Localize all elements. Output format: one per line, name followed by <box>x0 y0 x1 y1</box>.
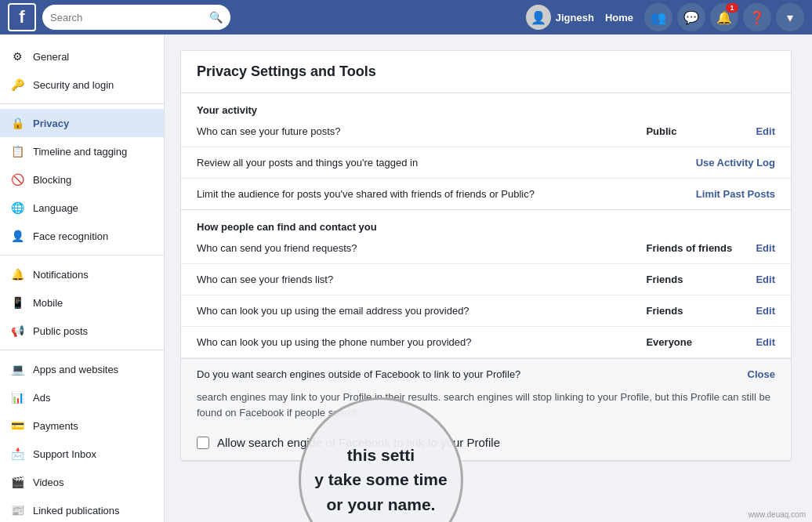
sidebar-item-label: Public posts <box>33 325 88 337</box>
user-info: 👤 Jignesh <box>526 5 594 30</box>
search-engine-panel: Do you want search engines outside of Fa… <box>181 358 791 460</box>
home-link[interactable]: Home <box>599 12 640 24</box>
sidebar-item-label: Blocking <box>33 174 71 186</box>
row-value: Friends <box>646 305 756 317</box>
row-question: Who can look you up using the email addr… <box>197 305 646 317</box>
sidebar-item-label: Mobile <box>33 297 63 309</box>
page-wrapper: ⚙ General 🔑 Security and login 🔒 Privacy… <box>0 34 812 522</box>
gear-icon: ⚙ <box>9 49 25 64</box>
sidebar-item-label: Linked publications <box>33 505 120 517</box>
help-icon[interactable]: ❓ <box>743 3 771 31</box>
sidebar-item-label: Ads <box>33 392 50 404</box>
language-icon: 🌐 <box>9 200 25 216</box>
facebook-logo[interactable]: f <box>8 3 36 31</box>
sidebar-item-support-inbox[interactable]: 📩 Support Inbox <box>0 440 164 468</box>
username-label: Jignesh <box>556 12 594 24</box>
row-value: Friends of friends <box>646 242 756 254</box>
notifications-icon[interactable]: 🔔 1 <box>710 3 738 31</box>
search-engine-header-row: Do you want search engines outside of Fa… <box>181 359 791 390</box>
sidebar-item-linked-publications[interactable]: 📰 Linked publications <box>0 496 164 522</box>
public-posts-icon: 📢 <box>9 323 25 339</box>
sidebar-item-notifications[interactable]: 🔔 Notifications <box>0 260 164 288</box>
block-icon: 🚫 <box>9 172 25 187</box>
notification-badge: 1 <box>726 3 738 13</box>
use-activity-log-button[interactable]: Use Activity Log <box>696 157 775 169</box>
row-value: Everyone <box>646 336 756 348</box>
face-icon: 👤 <box>9 228 25 244</box>
how-people-find-section-label: How people can find and contact you <box>181 210 791 233</box>
sidebar-item-language[interactable]: 🌐 Language <box>0 194 164 222</box>
sidebar-item-general[interactable]: ⚙ General <box>0 42 164 71</box>
sidebar-item-blocking[interactable]: 🚫 Blocking <box>0 165 164 194</box>
sidebar-item-timeline-tagging[interactable]: 📋 Timeline and tagging <box>0 137 164 165</box>
inbox-icon: 📩 <box>9 446 25 462</box>
apps-icon: 💻 <box>9 361 25 377</box>
sidebar-item-face-recognition[interactable]: 👤 Face recognition <box>0 222 164 250</box>
row-question: Limit the audience for posts you've shar… <box>197 188 586 200</box>
edit-friends-list-button[interactable]: Edit <box>756 274 775 285</box>
table-row: Limit the audience for posts you've shar… <box>181 179 791 209</box>
friends-icon[interactable]: 👥 <box>644 3 672 31</box>
watermark: www.deuaq.com <box>749 510 806 519</box>
main-content: Privacy Settings and Tools Your activity… <box>165 34 812 522</box>
sidebar: ⚙ General 🔑 Security and login 🔒 Privacy… <box>0 34 165 522</box>
sidebar-item-label: Videos <box>33 477 64 488</box>
search-icon[interactable]: 🔍 <box>209 11 223 24</box>
bell-icon: 🔔 <box>9 266 25 282</box>
top-navigation-bar: f 🔍 👤 Jignesh Home 👥 💬 🔔 1 ❓ ▾ <box>0 0 812 34</box>
sidebar-item-payments[interactable]: 💳 Payments <box>0 411 164 440</box>
messenger-icon[interactable]: 💬 <box>677 3 705 31</box>
sidebar-divider-3 <box>0 350 164 350</box>
key-icon: 🔑 <box>9 77 25 92</box>
row-value: Public <box>646 125 756 137</box>
your-activity-section-label: Your activity <box>181 93 791 116</box>
search-engine-expanded-section: Do you want search engines outside of Fa… <box>181 358 791 460</box>
page-title: Privacy Settings and Tools <box>197 63 775 80</box>
video-icon: 🎬 <box>9 474 25 490</box>
sidebar-item-label: Notifications <box>33 269 89 281</box>
sidebar-item-videos[interactable]: 🎬 Videos <box>0 468 164 496</box>
table-row: Who can send you friend requests? Friend… <box>181 233 791 264</box>
sidebar-item-public-posts[interactable]: 📢 Public posts <box>0 317 164 345</box>
sidebar-item-label: Timeline and tagging <box>33 146 127 158</box>
sidebar-item-label: Face recognition <box>33 230 108 242</box>
row-question: Who can see your future posts? <box>197 125 646 137</box>
row-question: Who can see your friends list? <box>197 274 646 285</box>
allow-search-engines-row: Allow search engide of Facebook to link … <box>181 428 791 460</box>
search-engine-info: search engines may link to your Profile … <box>181 390 791 428</box>
payments-icon: 💳 <box>9 418 25 433</box>
row-question: Who can send you friend requests? <box>197 242 646 254</box>
row-question: Who can look you up using the phone numb… <box>197 336 646 348</box>
sidebar-item-privacy[interactable]: 🔒 Privacy <box>0 109 164 137</box>
sidebar-item-label: General <box>33 51 69 63</box>
sidebar-item-apps-websites[interactable]: 💻 Apps and websites <box>0 355 164 383</box>
allow-search-engines-checkbox[interactable] <box>197 437 209 449</box>
table-row: Who can look you up using the phone numb… <box>181 327 791 358</box>
edit-future-posts-button[interactable]: Edit <box>756 125 775 137</box>
sidebar-item-security-login[interactable]: 🔑 Security and login <box>0 71 164 99</box>
sidebar-item-label: Security and login <box>33 79 114 91</box>
sidebar-item-mobile[interactable]: 📱 Mobile <box>0 288 164 317</box>
sidebar-item-label: Privacy <box>33 118 69 129</box>
edit-phone-lookup-button[interactable]: Edit <box>756 336 775 348</box>
how-people-find-section: How people can find and contact you Who … <box>181 210 791 461</box>
search-engine-question: Do you want search engines outside of Fa… <box>197 368 748 380</box>
row-question: Review all your posts and things you're … <box>197 157 586 169</box>
close-search-engine-button[interactable]: Close <box>748 368 775 380</box>
settings-header: Privacy Settings and Tools <box>181 51 791 93</box>
sidebar-item-ads[interactable]: 📊 Ads <box>0 383 164 411</box>
row-value: Friends <box>646 274 756 285</box>
sidebar-divider-2 <box>0 255 164 256</box>
search-input[interactable] <box>50 12 205 24</box>
sidebar-item-label: Support Inbox <box>33 448 96 460</box>
table-row: Review all your posts and things you're … <box>181 147 791 179</box>
edit-friend-requests-button[interactable]: Edit <box>756 242 775 254</box>
search-box[interactable]: 🔍 <box>42 5 230 30</box>
table-row: Who can see your friends list? Friends E… <box>181 264 791 295</box>
chevron-down-icon[interactable]: ▾ <box>776 3 804 31</box>
header-right-section: 👤 Jignesh Home 👥 💬 🔔 1 ❓ ▾ <box>526 3 804 31</box>
edit-email-lookup-button[interactable]: Edit <box>756 305 775 317</box>
ads-icon: 📊 <box>9 390 25 405</box>
table-row: Who can see your future posts? Public Ed… <box>181 116 791 147</box>
limit-past-posts-button[interactable]: Limit Past Posts <box>696 188 775 200</box>
